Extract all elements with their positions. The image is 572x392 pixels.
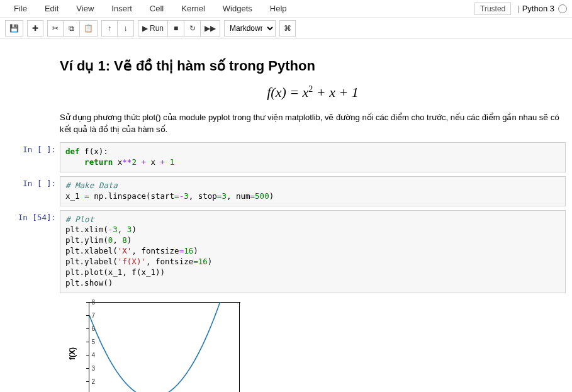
y-axis-label: f(X): [68, 347, 77, 360]
description-paragraph: Sử dụng phương thức plot() của module py…: [60, 112, 566, 136]
menubar: File Edit View Insert Cell Kernel Widget…: [0, 0, 572, 18]
y-tick-label: 5: [91, 338, 95, 345]
trusted-indicator[interactable]: Trusted: [474, 3, 511, 15]
heading: Ví dụ 1: Vẽ đồ thị hàm số trong Python: [60, 58, 566, 74]
play-icon: ▶: [142, 24, 148, 33]
restart-button[interactable]: ↻: [184, 20, 201, 36]
run-all-button[interactable]: ▶▶: [201, 20, 220, 36]
arrow-up-icon: ↑: [108, 24, 111, 33]
output-cell: f(X) 012345678−3−2−10123: [6, 297, 566, 392]
y-tick-label: 6: [91, 325, 95, 332]
stop-button[interactable]: ■: [168, 20, 184, 36]
kernel-indicator[interactable]: | Python 3: [517, 4, 567, 13]
prompt: In [54]:: [6, 210, 60, 293]
menu-edit[interactable]: Edit: [36, 1, 67, 16]
celltype-select[interactable]: Markdown: [224, 20, 276, 36]
plot-line: [89, 302, 240, 392]
run-button[interactable]: ▶Run: [138, 20, 168, 36]
menu-view[interactable]: View: [67, 1, 103, 16]
move-up-button[interactable]: ↑: [101, 20, 118, 36]
keyboard-icon: ⌘: [284, 24, 291, 33]
fast-forward-icon: ▶▶: [205, 24, 216, 33]
y-tick-label: 8: [91, 298, 95, 305]
run-label: Run: [150, 24, 164, 33]
paste-icon: 📋: [84, 24, 93, 33]
restart-icon: ↻: [189, 24, 196, 33]
code-input[interactable]: # Make Data x_1 = np.linspace(start=-3, …: [60, 176, 566, 206]
menu-widgets[interactable]: Widgets: [214, 1, 261, 16]
toolbar: 💾 ✚ ✂ ⧉ 📋 ↑ ↓ ▶Run ■ ↻ ▶▶ Markdown ⌘: [0, 18, 572, 39]
cut-icon: ✂: [52, 24, 59, 33]
code-cell-2[interactable]: In [ ]: # Make Data x_1 = np.linspace(st…: [6, 176, 566, 206]
plot-axes: [89, 302, 240, 392]
y-tick-label: 2: [91, 378, 95, 384]
code-input[interactable]: def f(x): return x**2 + x + 1: [60, 142, 566, 172]
save-icon: 💾: [9, 24, 19, 33]
y-tick-label: 4: [91, 351, 95, 358]
cut-button[interactable]: ✂: [47, 20, 64, 36]
y-tick-label: 7: [91, 311, 95, 318]
menu-cell[interactable]: Cell: [141, 1, 172, 16]
markdown-content: Ví dụ 1: Vẽ đồ thị hàm số trong Python f…: [60, 49, 566, 138]
menu-help[interactable]: Help: [261, 1, 296, 16]
menu-file[interactable]: File: [5, 1, 36, 16]
y-tick-label: 3: [91, 364, 95, 371]
arrow-down-icon: ↓: [124, 24, 128, 33]
move-down-button[interactable]: ↓: [118, 20, 134, 36]
plot-figure: f(X) 012345678−3−2−10123: [60, 300, 249, 392]
kernel-name: Python 3: [522, 4, 554, 13]
equation: f(x) = x2 + x + 1: [60, 84, 566, 101]
plus-icon: ✚: [32, 24, 38, 33]
output-area: f(X) 012345678−3−2−10123: [60, 297, 566, 392]
code-cell-1[interactable]: In [ ]: def f(x): return x**2 + x + 1: [6, 142, 566, 172]
markdown-cell[interactable]: Ví dụ 1: Vẽ đồ thị hàm số trong Python f…: [6, 49, 566, 138]
prompt: In [ ]:: [6, 176, 60, 206]
paste-button[interactable]: 📋: [80, 20, 98, 36]
menu-kernel[interactable]: Kernel: [172, 1, 214, 16]
menu-insert[interactable]: Insert: [103, 1, 141, 16]
save-button[interactable]: 💾: [5, 20, 23, 36]
prompt: In [ ]:: [6, 142, 60, 172]
code-input[interactable]: # Plot plt.xlim(-3, 3) plt.ylim(0, 8) pl…: [60, 210, 566, 293]
command-palette-button[interactable]: ⌘: [279, 20, 296, 36]
pipe-separator: |: [517, 4, 519, 13]
add-cell-button[interactable]: ✚: [27, 20, 43, 36]
copy-icon: ⧉: [69, 24, 74, 33]
notebook-container: Ví dụ 1: Vẽ đồ thị hàm số trong Python f…: [0, 39, 572, 392]
copy-button[interactable]: ⧉: [64, 20, 80, 36]
stop-icon: ■: [174, 24, 178, 33]
code-cell-3[interactable]: In [54]: # Plot plt.xlim(-3, 3) plt.ylim…: [6, 210, 566, 293]
kernel-status-icon: [558, 4, 567, 13]
